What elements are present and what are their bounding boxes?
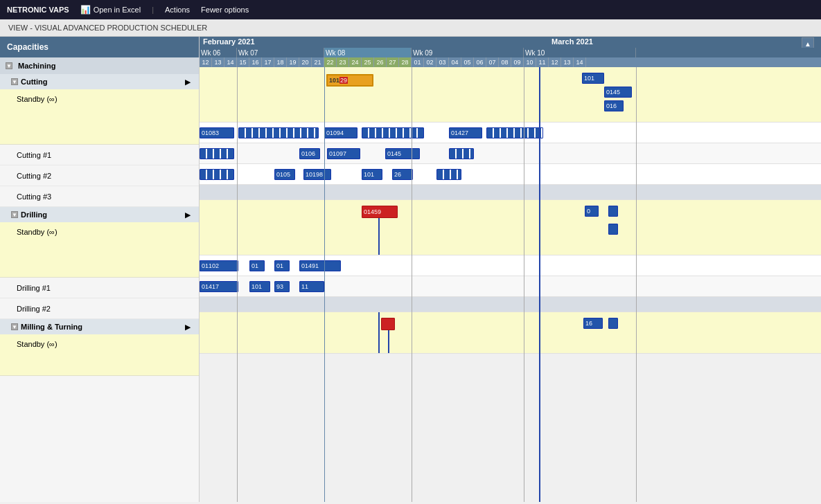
- day-12: 12: [200, 57, 212, 67]
- bar-26[interactable]: 26: [392, 169, 413, 180]
- milling-standby-row: Standby (∞): [0, 334, 199, 376]
- bar-d2-11[interactable]: 11: [299, 281, 324, 292]
- cutting-label: Cutting: [21, 78, 47, 86]
- cutting-1-row: Cutting #1: [0, 145, 199, 165]
- milling-standby-label: Standby (∞): [17, 340, 58, 348]
- bar-c3-pat1[interactable]: [200, 169, 234, 180]
- day-02: 02: [424, 57, 436, 67]
- bar-c2-pat2[interactable]: [449, 148, 474, 159]
- day-25: 25: [362, 57, 374, 67]
- bar-c2-pat1[interactable]: [200, 148, 234, 159]
- drilling-1-label: Drilling #1: [17, 284, 51, 292]
- wk08-sep: [412, 67, 412, 502]
- milling-collapse[interactable]: ▼: [11, 323, 18, 330]
- week-06: Wk 06: [200, 48, 237, 57]
- bar-01427[interactable]: 01427: [449, 127, 482, 138]
- bar-01445[interactable]: 0145: [385, 148, 420, 159]
- cutting-3-label: Cutting #3: [17, 192, 51, 201]
- cutting-expand-icon[interactable]: ▶: [185, 78, 191, 86]
- main-container: Capacities ▼ Machining ▼ Cutting ▶ Stand…: [0, 37, 821, 502]
- bar-mill-sm[interactable]: [608, 318, 618, 329]
- bar-10129[interactable]: 101 29: [326, 74, 373, 87]
- gantt-cutting-3: 0105 10198 101 26: [200, 164, 821, 185]
- day-05: 05: [461, 57, 474, 67]
- day-16: 16: [249, 57, 262, 67]
- due-date-line: [539, 67, 540, 502]
- bar-c1-pat3[interactable]: [486, 127, 543, 138]
- day-14: 14: [224, 57, 237, 67]
- bar-drill-sb2[interactable]: [608, 206, 618, 217]
- gantt-milling-header: [200, 297, 821, 312]
- left-panel: Capacities ▼ Machining ▼ Cutting ▶ Stand…: [0, 37, 200, 502]
- bar-drill-sb3[interactable]: [608, 224, 618, 235]
- bar-01083[interactable]: 01083: [200, 127, 234, 138]
- bar-01055[interactable]: 0105: [274, 169, 295, 180]
- machining-collapse[interactable]: ▼: [6, 62, 12, 69]
- day-22: 22: [324, 57, 337, 67]
- bar-01417[interactable]: 01417: [200, 281, 238, 292]
- day-23: 23: [337, 57, 349, 67]
- bar-016[interactable]: 016: [604, 100, 624, 111]
- cutting-collapse[interactable]: ▼: [11, 78, 18, 85]
- day-21: 21: [312, 57, 324, 67]
- bar-drill-sb1[interactable]: 0: [585, 206, 599, 217]
- app-container: NETRONIC VAPS 📊 Open in Excel | Actions …: [0, 0, 821, 502]
- bar-101-top[interactable]: 101: [582, 73, 604, 84]
- bar-101-c3[interactable]: 101: [362, 169, 382, 180]
- actions-button[interactable]: Actions: [165, 6, 190, 14]
- bar-d1-3[interactable]: 01: [274, 260, 290, 271]
- bar-c3-pat2[interactable]: [436, 169, 461, 180]
- bar-d2-93[interactable]: 93: [274, 281, 290, 292]
- drilling-subgroup[interactable]: ▼ Drilling ▶: [0, 207, 199, 222]
- top-bar: NETRONIC VAPS 📊 Open in Excel | Actions …: [0, 0, 821, 19]
- day-09: 09: [511, 57, 524, 67]
- excel-button[interactable]: 📊 Open in Excel: [80, 5, 141, 15]
- drilling-expand-icon[interactable]: ▶: [185, 211, 191, 219]
- machining-group[interactable]: ▼ Machining: [0, 57, 199, 74]
- day-27: 27: [387, 57, 399, 67]
- cutting-3-row: Cutting #3: [0, 186, 199, 207]
- capacities-header: Capacities: [0, 37, 199, 57]
- gantt-drilling-1: 01102 01 01 01491: [200, 255, 821, 276]
- bar-0145[interactable]: 0145: [604, 87, 632, 98]
- milling-label: Milling & Turning: [21, 323, 82, 331]
- day-13b: 13: [561, 57, 574, 67]
- bar-10198[interactable]: 10198: [303, 169, 331, 180]
- divider: |: [152, 6, 154, 14]
- cutting-1-label: Cutting #1: [17, 151, 51, 159]
- day-10: 10: [524, 57, 536, 67]
- bar-c1-pat2[interactable]: [362, 127, 424, 138]
- day-07: 07: [486, 57, 499, 67]
- wk07-sep: [324, 67, 325, 502]
- wk09-sep: [524, 67, 524, 502]
- bar-01094[interactable]: 01094: [324, 127, 357, 138]
- cutting-subgroup[interactable]: ▼ Cutting ▶: [0, 74, 199, 89]
- bar-d1-2[interactable]: 01: [249, 260, 265, 271]
- drilling-label: Drilling: [21, 210, 47, 219]
- week-09: Wk 09: [412, 48, 524, 57]
- bar-mill-16[interactable]: 16: [583, 318, 603, 329]
- bar-01102[interactable]: 01102: [200, 260, 238, 271]
- options-button[interactable]: Fewer options: [201, 6, 249, 14]
- day-24: 24: [349, 57, 362, 67]
- bar-01459[interactable]: 01459: [362, 206, 398, 218]
- milling-subgroup[interactable]: ▼ Milling & Turning ▶: [0, 319, 199, 334]
- drilling-1-row: Drilling #1: [0, 278, 199, 298]
- bar-mill-red[interactable]: [381, 318, 395, 330]
- drilling-2-row: Drilling #2: [0, 298, 199, 319]
- cutting-2-row: Cutting #2: [0, 165, 199, 186]
- bar-01491[interactable]: 01491: [299, 260, 341, 271]
- milling-expand-icon[interactable]: ▶: [185, 323, 191, 331]
- week-07: Wk 07: [237, 48, 324, 57]
- day-18: 18: [274, 57, 287, 67]
- bar-d2-101[interactable]: 101: [249, 281, 270, 292]
- subtitle-text: VIEW - VISUAL ADVANCED PRODUCTION SCHEDU…: [8, 24, 207, 32]
- bar-01065[interactable]: 0106: [299, 148, 320, 159]
- drilling-collapse[interactable]: ▼: [11, 211, 18, 218]
- mar-month: March 2021: [551, 37, 593, 46]
- bar-c1-pat1[interactable]: [238, 127, 319, 138]
- bar-01097[interactable]: 01097: [327, 148, 360, 159]
- day-17: 17: [262, 57, 274, 67]
- day-04: 04: [449, 57, 461, 67]
- cutting-standby-label: Standby (∞): [17, 95, 58, 103]
